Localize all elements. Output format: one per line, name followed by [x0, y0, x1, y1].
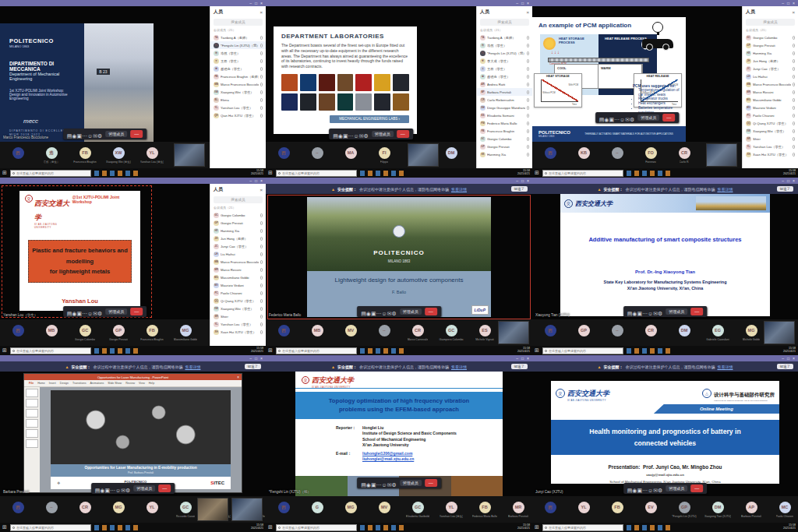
taskbar-apps[interactable] — [627, 525, 672, 530]
participant-row[interactable]: 浩浩然（学生） — [477, 41, 532, 49]
end-call-button[interactable]: — — [662, 114, 675, 122]
filmstrip-participant[interactable]: CRMarco Carnevale — [404, 325, 431, 341]
filmstrip-participant[interactable]: XWXiaoyong Wei (学生) — [105, 147, 132, 164]
panel-close-icon[interactable]: × — [526, 10, 529, 15]
participant-row[interactable]: DMDiego Giuseppe Mandrano — [477, 104, 532, 111]
filmstrip-participant[interactable]: FB — [604, 502, 630, 518]
participant-row[interactable]: JHJun Hong（老师） — [743, 57, 798, 65]
mic-icon[interactable] — [260, 75, 263, 79]
filmstrip-participant[interactable]: CR — [72, 502, 98, 518]
maximize-icon[interactable]: □ — [255, 356, 257, 361]
participant-row[interactable]: SRShier — [743, 135, 798, 143]
video-thumbnail[interactable] — [231, 498, 263, 521]
ribbon-tab[interactable]: Help — [149, 382, 154, 385]
mic-icon[interactable] — [260, 284, 263, 287]
banner-dismiss-button[interactable]: 知道了 — [511, 186, 528, 192]
mic-icon[interactable] — [260, 252, 263, 256]
taskbar-search[interactable]: 在这里输入你要搜索的内容 — [542, 524, 623, 531]
toolbar-icon[interactable]: ⚙ — [658, 488, 662, 493]
mic-icon[interactable] — [527, 90, 529, 94]
ribbon-tab[interactable]: Insert — [49, 382, 56, 385]
participant-row[interactable]: TATianbing A（老师） — [477, 33, 532, 41]
filmstrip-participant[interactable]: MB — [304, 325, 330, 341]
mic-icon[interactable] — [793, 137, 795, 141]
start-button[interactable]: ⊞ — [535, 170, 539, 176]
mic-icon[interactable] — [793, 51, 795, 55]
mic-icon[interactable] — [260, 83, 263, 86]
filmstrip-participant[interactable]: GCRiccardo Casati — [172, 502, 199, 518]
toolbar-icon[interactable]: ⚙ — [630, 117, 634, 122]
system-tray[interactable]: 15:58 2021/4/21 — [783, 524, 796, 530]
filmstrip-participant[interactable]: DMXiaoyong Tian (XJTU) — [704, 502, 731, 518]
banner-dismiss-button[interactable]: 知道了 — [511, 364, 528, 369]
toolbar-icon[interactable]: ⚙ — [364, 133, 369, 139]
mic-icon[interactable] — [793, 36, 795, 40]
slide-thumbnail[interactable] — [26, 419, 38, 428]
ribbon-tab[interactable]: View — [139, 382, 145, 385]
system-tray[interactable]: 15:58 2021/4/21 — [783, 347, 796, 354]
filmstrip-participant[interactable]: FBFrancesco Braghin — [139, 325, 165, 341]
email-link[interactable]: liuhonglei1206@gmail.com — [362, 451, 414, 457]
mic-icon[interactable] — [260, 67, 263, 71]
minimize-icon[interactable]: – — [782, 1, 784, 5]
participant-row[interactable]: GCGiorgio Colombo — [743, 33, 798, 41]
toolbar-icon[interactable]: ▤ — [361, 311, 366, 316]
participant-row[interactable]: ESElisabetta Somaini — [477, 111, 532, 119]
participant-row[interactable]: BPBarbara Previtali — [477, 88, 532, 96]
toolbar-icon[interactable]: ▤ — [333, 133, 338, 139]
filmstrip-participant[interactable]: GPGiorgio Previati — [105, 325, 132, 341]
mic-icon[interactable] — [260, 299, 263, 303]
filmstrip-participant[interactable]: 西 — [537, 502, 563, 518]
filmstrip-participant[interactable]: MG — [337, 502, 364, 518]
banner-link[interactable]: 查看详情 — [451, 187, 467, 192]
participant-row[interactable]: 李李大成（学生） — [477, 57, 532, 65]
toolbar-icon[interactable]: ▤ — [627, 488, 633, 493]
mic-icon[interactable] — [527, 67, 529, 71]
start-button[interactable]: ⊞ — [535, 524, 539, 530]
close-icon[interactable]: × — [793, 1, 795, 5]
toolbar-icon[interactable]: ☺ — [115, 488, 121, 493]
mic-icon[interactable] — [793, 153, 795, 157]
manage-members-button[interactable]: 管理成员 — [105, 308, 127, 315]
video-thumbnail[interactable] — [408, 143, 439, 167]
taskbar-apps[interactable] — [627, 171, 672, 176]
member-search-input[interactable]: 搜索成员 — [214, 19, 263, 26]
toolbar-icon[interactable]: ☺ — [648, 311, 653, 316]
close-icon[interactable]: × — [260, 1, 263, 5]
filmstrip-participant[interactable]: DM — [438, 147, 464, 164]
taskbar-apps[interactable] — [94, 171, 139, 176]
maximize-icon[interactable]: □ — [787, 356, 789, 361]
ribbon-tab[interactable]: Slide Show — [108, 382, 122, 385]
filmstrip-participant[interactable]: MV — [371, 502, 397, 518]
toolbar-icon[interactable]: ☺ — [382, 482, 387, 488]
mic-icon[interactable] — [527, 98, 529, 102]
window-controls[interactable]: × — [237, 375, 239, 379]
minimize-icon[interactable]: – — [249, 178, 252, 183]
filmstrip-participant[interactable]: GCGiampiero Colombo — [438, 325, 464, 341]
filmstrip-participant[interactable]: GP — [570, 325, 597, 341]
system-tray[interactable]: 15:58 2021/4/21 — [517, 524, 530, 530]
manage-members-button[interactable]: 管理成员 — [105, 131, 127, 137]
start-button[interactable]: ⊞ — [2, 524, 7, 530]
participant-row[interactable]: YLYanshan Lou（学生） — [743, 143, 798, 150]
start-button[interactable]: ⊞ — [2, 347, 7, 354]
end-call-button[interactable]: — — [690, 484, 703, 492]
filmstrip-participant[interactable]: GCElisabetta Gariboldi — [404, 502, 431, 518]
slide-thumbnail[interactable] — [26, 439, 38, 448]
filmstrip-participant[interactable]: MRBarbara Previtali — [505, 502, 531, 518]
participant-row[interactable]: FL*Fengshi Lin (XJTU)（我） — [477, 49, 532, 57]
start-button[interactable]: ⊞ — [268, 170, 273, 176]
maximize-icon[interactable]: □ — [787, 178, 789, 183]
start-button[interactable]: ⊞ — [535, 347, 539, 354]
mic-icon[interactable] — [260, 213, 263, 217]
taskbar-apps[interactable] — [360, 348, 405, 354]
toolbar-icon[interactable]: ⚙ — [658, 311, 662, 316]
minimize-icon[interactable]: – — [516, 356, 518, 361]
start-button[interactable]: ⊞ — [268, 347, 273, 354]
toolbar-icon[interactable]: ☺ — [354, 133, 359, 139]
panel-close-icon[interactable]: × — [260, 188, 263, 192]
system-tray[interactable]: 15:58 2021/4/21 — [251, 524, 263, 530]
participant-row[interactable]: 谢谢明亮（学生） — [477, 72, 532, 80]
mic-icon[interactable] — [527, 129, 529, 133]
maximize-icon[interactable]: □ — [787, 1, 789, 5]
